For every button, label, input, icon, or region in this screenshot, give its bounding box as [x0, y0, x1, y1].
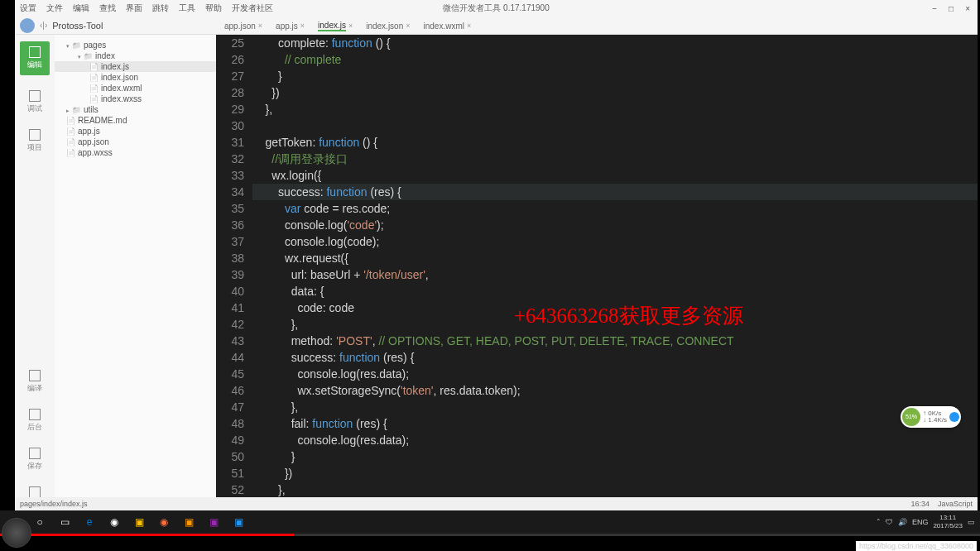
sidebar-icon [29, 129, 41, 141]
clock[interactable]: 13:11 2017/5/23 [933, 514, 963, 530]
tab[interactable]: app.json× [218, 18, 269, 33]
menu-item[interactable]: 界面 [126, 2, 142, 14]
file-item[interactable]: index.wxml [55, 83, 216, 93]
sidebar-item[interactable]: 保存 [27, 448, 42, 472]
sidebar-icon [29, 409, 41, 420]
sidebar-item[interactable]: 编辑 [20, 41, 50, 75]
menu-item[interactable]: 帮助 [205, 2, 222, 14]
status-path: pages/index/index.js [20, 500, 910, 508]
file-item[interactable]: index.json [55, 72, 216, 83]
menu-item[interactable]: 工具 [179, 2, 195, 14]
code-area[interactable]: complete: function () { // complete } })… [252, 35, 978, 510]
maximize-button[interactable]: □ [946, 4, 956, 13]
menu-item[interactable]: 查找 [99, 2, 116, 14]
file-item[interactable]: index.wxss [55, 93, 216, 104]
toolbar: ‹|› Protoss-Tool [15, 17, 978, 35]
tab[interactable]: index.json× [359, 18, 416, 33]
taskbar: ⊞ ○ ▭ e ◉ ▣ ◉ ▣ ▣ ▣ ˄ 🛡 🔊 ENG 13:11 2017… [0, 510, 980, 534]
close-icon[interactable]: × [348, 22, 353, 30]
speed-percent: 51% [902, 408, 920, 426]
statusbar: pages/index/index.js 16:34 JavaScript [15, 497, 978, 510]
status-pos: 16:34 [910, 500, 930, 508]
file-item[interactable]: app.js [55, 126, 216, 137]
menubar: 设置文件编辑查找界面跳转工具帮助开发者社区 微信开发者工具 0.17.17190… [15, 0, 978, 17]
edge-icon[interactable]: e [79, 514, 99, 530]
folder-item[interactable]: index [55, 50, 216, 61]
explorer-icon[interactable]: ▣ [129, 514, 149, 530]
avatar[interactable] [20, 18, 35, 33]
tray-lang[interactable]: ENG [912, 518, 929, 526]
flag-icon [949, 412, 959, 422]
video-progress[interactable] [0, 534, 980, 536]
file-explorer: pagesindexindex.jsindex.jsonindex.wxmlin… [55, 35, 216, 510]
app-icon[interactable]: ▣ [228, 514, 248, 530]
minimize-button[interactable]: − [930, 4, 939, 13]
tab[interactable]: index.js× [311, 18, 359, 33]
close-button[interactable]: × [963, 4, 973, 13]
sidebar-icon [29, 486, 41, 498]
app-title: 微信开发者工具 0.17.171900 [443, 2, 549, 14]
file-item[interactable]: README.md [55, 115, 216, 126]
close-icon[interactable]: × [467, 22, 471, 30]
app-icon[interactable]: ◉ [154, 514, 174, 530]
code-editor[interactable]: 2526272829303132333435363738394041424344… [216, 35, 978, 510]
sidebar-item[interactable]: 编译 [27, 370, 42, 394]
folder-item[interactable]: utils [55, 104, 216, 115]
notifications-icon[interactable]: ▭ [968, 518, 975, 526]
sidebar-icon [29, 448, 41, 459]
menu-item[interactable]: 编辑 [73, 2, 89, 14]
sidebar-item[interactable]: 调试 [27, 90, 42, 114]
file-item[interactable]: app.wxss [55, 147, 216, 158]
speed-widget[interactable]: 51% ↑ 0K/s ↓ 1.4K/s [901, 406, 961, 428]
task-icon[interactable]: ▭ [55, 514, 74, 530]
profile-avatar[interactable] [2, 518, 31, 548]
menu-item[interactable]: 跳转 [152, 2, 169, 14]
sidebar-item[interactable]: 项目 [27, 129, 42, 153]
project-name: Protoss-Tool [52, 21, 103, 31]
folder-item[interactable]: pages [55, 40, 216, 50]
status-lang: JavaScript [938, 500, 973, 508]
close-icon[interactable]: × [300, 22, 305, 30]
line-gutter: 2526272829303132333435363738394041424344… [216, 35, 252, 510]
close-icon[interactable]: × [406, 22, 410, 30]
file-item[interactable]: index.js [55, 61, 216, 72]
download-rate: ↓ 1.4K/s [923, 417, 947, 424]
menu-item[interactable]: 文件 [46, 2, 63, 14]
chrome-icon[interactable]: ◉ [104, 514, 124, 530]
sidebar-icon [29, 370, 41, 381]
editor-tabs: app.json×app.js×index.js×index.json×inde… [218, 18, 478, 33]
sidebar-item[interactable]: 后台 [27, 409, 42, 433]
tray-icon[interactable]: 🛡 [886, 518, 893, 526]
tray-icon[interactable]: ˄ [877, 518, 881, 526]
tab[interactable]: index.wxml× [417, 18, 478, 33]
sidebar-icon [29, 90, 41, 102]
tray-icon[interactable]: 🔊 [898, 518, 907, 526]
footer-url: https://blog.csdn.net/qq_33608000 [856, 541, 977, 551]
menu-item[interactable]: 设置 [20, 2, 36, 14]
file-item[interactable]: app.json [55, 137, 216, 147]
tab[interactable]: app.js× [269, 18, 311, 33]
menu-item[interactable]: 开发者社区 [232, 2, 273, 14]
cortana-button[interactable]: ○ [30, 514, 50, 530]
sidebar-icon [29, 46, 41, 58]
sidebar: 编辑调试项目编译后台保存关闭 [15, 35, 55, 510]
app-icon[interactable]: ▣ [179, 514, 199, 530]
close-icon[interactable]: × [258, 22, 262, 30]
app-icon[interactable]: ▣ [204, 514, 223, 530]
chevron-icon: ‹|› [40, 21, 47, 30]
